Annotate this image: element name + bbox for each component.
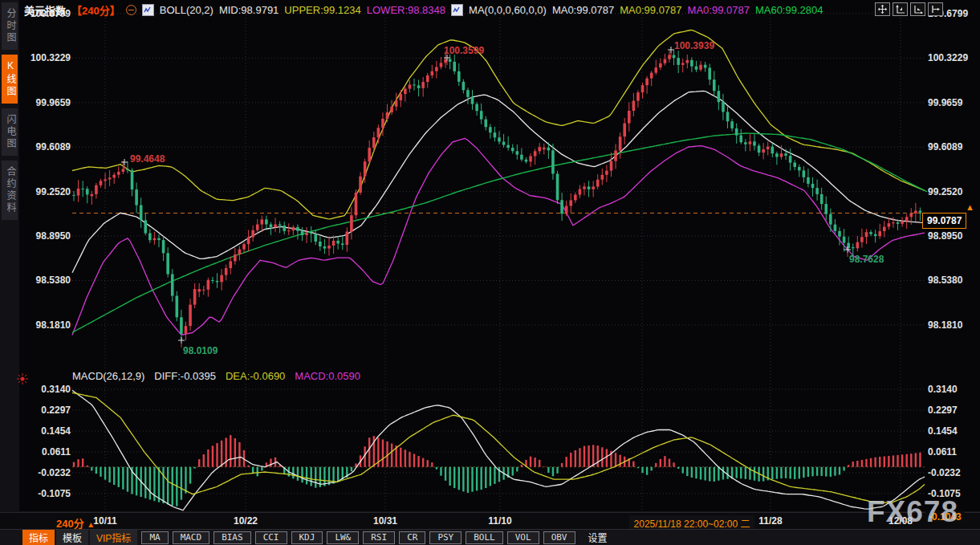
macd-tick-right: 0.1454 — [928, 425, 958, 437]
shift-right-icon[interactable] — [928, 2, 943, 16]
price-tick-left: 98.5380 — [2, 275, 71, 286]
price-annotation: 98.7628 — [849, 254, 884, 265]
indicator-button-macd[interactable]: MACD — [173, 531, 210, 544]
macd-tick-left: 0.3140 — [2, 384, 71, 395]
price-tick-right: 98.5380 — [928, 275, 962, 286]
ma-indicator-icon[interactable] — [451, 4, 463, 16]
zoom-y-axis-icon[interactable] — [893, 2, 908, 16]
macd-diff: DIFF:-0.0395 — [154, 370, 216, 382]
x-axis-date: 10/22 — [234, 515, 258, 527]
sidebar: 分时图K线图闪电图合约资料 — [0, 0, 19, 545]
macd-tick-right: 0.3140 — [928, 384, 958, 395]
price-tick-left: 99.2520 — [2, 186, 71, 197]
price-tick-left: 99.6089 — [2, 141, 71, 153]
macd-tick-left: -0.0232 — [2, 467, 71, 478]
macd-tick-left: 0.1454 — [2, 425, 71, 437]
ma60-green: MA60:99.2804 — [755, 4, 823, 16]
x-axis-date: 12/08 — [889, 515, 913, 527]
indicator-button-psy[interactable]: PSY — [429, 531, 462, 544]
macd-tick-left: 0.0611 — [2, 446, 71, 458]
trading-app: 分时图K线图闪电图合约资料 美元指数 【240分】 BOLL(20,2) MID… — [0, 0, 980, 545]
price-tick-right: 98.1810 — [928, 319, 962, 331]
x-axis-date: 10/31 — [373, 515, 397, 527]
ma-label: MA(0,0,0,60,0,0) — [469, 4, 547, 16]
price-annotation: 98.0109 — [183, 345, 218, 356]
toolbar-tab-2[interactable]: VIP指标 — [90, 530, 137, 545]
price-tick-left: 99.9659 — [2, 97, 71, 108]
boll-lower: LOWER:98.8348 — [367, 4, 445, 16]
boll-indicator-icon[interactable] — [142, 4, 154, 16]
price-tick-right: 99.9659 — [928, 97, 962, 108]
price-tick-left: 100.3229 — [2, 52, 71, 63]
macd-value-box: -0.1043 — [925, 510, 965, 523]
indicator-button-ma[interactable]: MA — [141, 531, 168, 544]
price-tick-right: 98.8950 — [928, 230, 962, 242]
price-tick-right: 100.3229 — [928, 52, 968, 63]
price-tick-left: 98.1810 — [2, 319, 71, 331]
chart-tool-icons — [875, 2, 943, 16]
macd-tick-left: -0.1075 — [2, 488, 71, 499]
boll-upper: UPPER:99.1234 — [284, 4, 360, 16]
pan-icon[interactable] — [875, 2, 890, 16]
period-tag: 【240分】 — [71, 2, 120, 18]
ma0-white: MA0:99.0787 — [552, 4, 614, 16]
macd-macd: MACD:0.0590 — [295, 370, 360, 382]
minus-circle-icon[interactable] — [126, 5, 136, 15]
toolbar-tab-0[interactable]: 指标 — [22, 530, 55, 545]
macd-tick-right: -0.0232 — [928, 467, 961, 478]
indicator-button-bias[interactable]: BIAS — [213, 531, 251, 544]
zoom-x-axis-icon[interactable] — [910, 2, 925, 16]
indicator-button-cr[interactable]: CR — [399, 531, 425, 544]
period-text: 240分 — [56, 518, 84, 530]
macd-label: MACD(26,12,9) — [72, 370, 144, 382]
ma0-magenta: MA0:99.0787 — [688, 4, 750, 16]
bottom-toolbar: 指标模板VIP指标MAMACDBIASCCIKDJLW&RSICRPSYBOLL… — [0, 529, 980, 545]
macd-dea: DEA:-0.0690 — [226, 370, 285, 382]
x-axis-date: 11/10 — [488, 515, 511, 527]
macd-panel-icon[interactable] — [16, 372, 29, 388]
chart-header: 美元指数 【240分】 BOLL(20,2) MID:98.9791 UPPER… — [24, 2, 823, 17]
current-price-box: 99.0787 — [922, 213, 966, 229]
boll-label: BOLL(20,2) — [160, 4, 213, 16]
symbol-title: 美元指数 — [24, 2, 66, 18]
indicator-button-vol[interactable]: VOL — [507, 531, 539, 544]
toolbar-tab-1[interactable]: 模板 — [56, 530, 88, 545]
price-annotation: 100.3939 — [674, 40, 714, 51]
indicator-button-kdj[interactable]: KDJ — [291, 531, 323, 544]
price-annotation: 100.3599 — [444, 45, 484, 56]
price-tick-left: 98.8950 — [2, 230, 71, 242]
ma0-yellow: MA0:99.0787 — [620, 4, 681, 16]
boll-mid: MID:98.9791 — [219, 4, 279, 16]
macd-tick-right: 0.2297 — [928, 405, 958, 416]
indicator-button-obv[interactable]: OBV — [543, 531, 575, 544]
price-tick-right: 99.2520 — [928, 186, 962, 197]
indicator-button-boll[interactable]: BOLL — [466, 531, 503, 544]
indicator-button-cci[interactable]: CCI — [255, 531, 287, 544]
settings-button[interactable]: 设置 — [582, 530, 614, 545]
macd-tick-right: 0.0611 — [928, 446, 957, 458]
x-axis-date: 10/11 — [93, 515, 116, 527]
macd-tick-left: 0.2297 — [2, 405, 71, 416]
price-annotation: 99.4648 — [130, 153, 165, 165]
price-tick-right: 99.6089 — [928, 141, 962, 153]
period-arrow-icon: ▲ — [87, 520, 95, 529]
x-axis-date: 11/28 — [758, 515, 782, 527]
indicator-button-rsi[interactable]: RSI — [363, 531, 395, 544]
macd-header: MACD(26,12,9) DIFF:-0.0395 DEA:-0.0690 M… — [72, 370, 360, 382]
macd-tick-right: -0.1075 — [928, 488, 961, 499]
current-price-value: 99.0787 — [927, 215, 962, 226]
indicator-button-lw[interactable]: LW& — [327, 531, 359, 544]
chart-canvas[interactable] — [0, 0, 980, 545]
price-up-arrow-icon: ▲ — [966, 202, 974, 212]
